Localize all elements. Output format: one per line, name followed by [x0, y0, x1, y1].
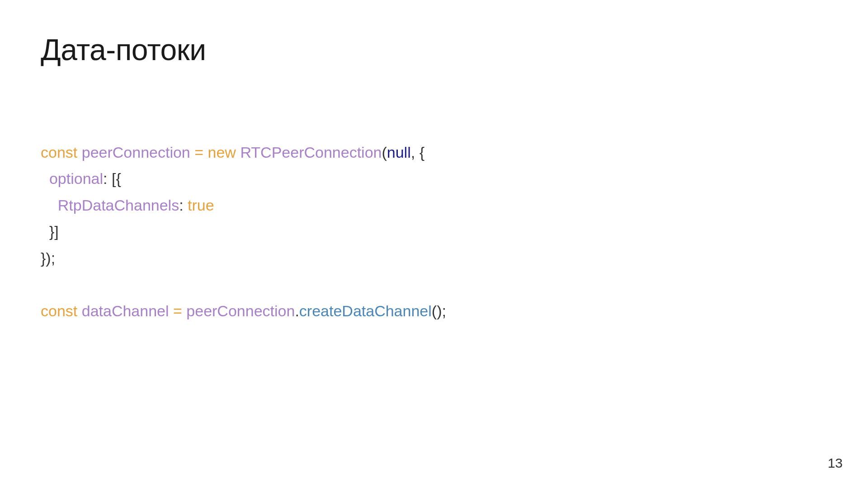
token-variable: peerConnection	[82, 144, 190, 161]
slide: Дата-потоки const peerConnection = new R…	[0, 0, 868, 488]
token-bracket: ]	[54, 223, 58, 240]
token-const: const	[41, 302, 77, 319]
token-indent	[41, 170, 49, 187]
token-variable: dataChannel	[82, 302, 169, 319]
token-indent	[41, 197, 58, 214]
token-paren: (	[432, 302, 437, 319]
token-bracket: [	[112, 170, 116, 187]
code-block: const peerConnection = new RTCPeerConnec…	[41, 139, 827, 324]
token-colon: :	[179, 197, 183, 214]
token-true: true	[188, 197, 214, 214]
code-line-4: }]	[41, 223, 59, 240]
token-brace: }	[41, 249, 46, 267]
token-paren: (	[382, 144, 387, 161]
token-const: const	[41, 144, 77, 161]
slide-title: Дата-потоки	[41, 33, 827, 67]
page-number: 13	[828, 455, 843, 471]
token-indent	[41, 223, 49, 240]
token-null: null	[387, 144, 411, 161]
token-semi: ;	[51, 249, 55, 267]
token-equals: =	[173, 302, 182, 319]
code-line-7: const dataChannel = peerConnection.creat…	[41, 302, 446, 319]
token-brace: }	[49, 223, 54, 240]
code-line-2: optional: [{	[41, 170, 121, 187]
token-colon: :	[103, 170, 107, 187]
token-brace: {	[116, 170, 121, 187]
token-brace: {	[420, 144, 425, 161]
token-paren: )	[437, 302, 442, 319]
token-semi: ;	[442, 302, 446, 319]
token-dot: .	[295, 302, 299, 319]
token-equals: =	[194, 144, 203, 161]
token-new: new	[208, 144, 236, 161]
code-line-1: const peerConnection = new RTCPeerConnec…	[41, 144, 425, 161]
token-comma: ,	[411, 144, 415, 161]
token-paren: )	[46, 249, 51, 267]
code-line-3: RtpDataChannels: true	[41, 197, 214, 214]
token-property: RtpDataChannels	[58, 197, 179, 214]
token-object: peerConnection	[186, 302, 295, 319]
token-property: optional	[49, 170, 103, 187]
code-line-5: });	[41, 249, 55, 267]
token-class: RTCPeerConnection	[240, 144, 382, 161]
token-method: createDataChannel	[299, 302, 432, 319]
